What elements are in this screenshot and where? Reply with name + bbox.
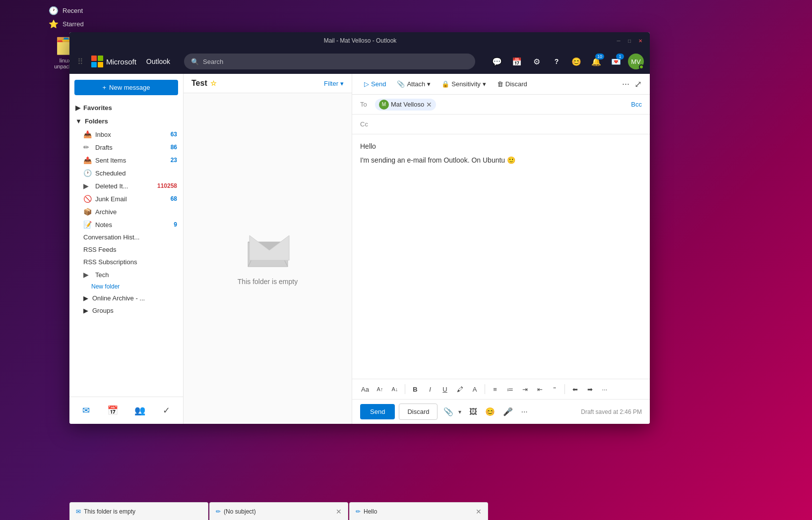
search-placeholder: Search: [203, 58, 223, 65]
mail-nav-button[interactable]: ✉: [73, 401, 98, 420]
attach-inline-button[interactable]: 📎: [441, 405, 455, 418]
discard-toolbar-button[interactable]: 🗑 Discard: [493, 78, 531, 90]
conv-hist-label: Conversation Hist...: [83, 233, 177, 241]
bold-button[interactable]: B: [408, 382, 422, 396]
bullets-button[interactable]: ≡: [488, 382, 502, 396]
sidebar-item-conv-hist[interactable]: Conversation Hist...: [69, 231, 183, 243]
highlight-button[interactable]: 🖍: [453, 382, 467, 396]
align-right-btn[interactable]: ➡: [583, 382, 597, 396]
numbered-list-button[interactable]: ≔: [503, 382, 517, 396]
sent-count: 23: [171, 157, 177, 164]
help-icon: ?: [555, 58, 559, 65]
sidebar-item-inbox[interactable]: 📥 Inbox 63: [69, 128, 183, 141]
calendar-nav-icon: 📅: [512, 57, 522, 66]
minimize-button[interactable]: ─: [615, 37, 622, 44]
attach-button[interactable]: 📎 Attach ▾: [393, 78, 435, 90]
desktop-nav-recent[interactable]: 🕐 Recent: [45, 4, 177, 17]
sidebar-item-sent[interactable]: 📤 Sent Items 23: [69, 154, 183, 167]
emoji-compose-button[interactable]: 😊: [483, 405, 497, 418]
compose-expand-button[interactable]: ⤢: [634, 79, 642, 90]
close-button[interactable]: ✕: [637, 37, 644, 44]
outdent-btn[interactable]: ⇤: [533, 382, 547, 396]
send-toolbar-button[interactable]: ▷ Send: [360, 78, 390, 90]
recipient-remove-button[interactable]: ✕: [426, 101, 432, 109]
compose-toolbar: ▷ Send 📎 Attach ▾ 🔒 Sensitivity ▾ 🗑 Disc…: [352, 74, 650, 95]
emoji-button[interactable]: 😊: [568, 54, 584, 69]
dictate-button[interactable]: 🎤: [501, 405, 515, 418]
maximize-button[interactable]: □: [626, 37, 633, 44]
gear-icon: ⚙: [533, 57, 540, 66]
underline-button[interactable]: U: [438, 382, 452, 396]
chat-button[interactable]: 💬: [489, 54, 505, 69]
mini-bar-1[interactable]: ✏ (No subject) ✕: [209, 502, 348, 520]
align-left-btn[interactable]: ⬅: [568, 382, 582, 396]
help-button[interactable]: ?: [549, 54, 564, 69]
mini-bar-close-2[interactable]: ✕: [476, 508, 482, 516]
folder-star-icon[interactable]: ☆: [210, 79, 217, 87]
recipient-avatar: M: [379, 100, 389, 110]
sidebar-item-rss-subs[interactable]: RSS Subscriptions: [69, 256, 183, 268]
filter-button[interactable]: Filter ▾: [324, 80, 344, 87]
mini-bar-label-0: This folder is empty: [84, 508, 202, 515]
sidebar-item-notes[interactable]: 📝 Notes 9: [69, 218, 183, 231]
avatar[interactable]: MV: [628, 54, 644, 69]
sidebar-item-junk[interactable]: 🚫 Junk Email 68: [69, 192, 183, 205]
grid-menu-button[interactable]: ⠿: [75, 55, 85, 68]
sidebar-item-groups[interactable]: ▶ Groups: [69, 304, 183, 317]
compose-body[interactable]: Hello I'm sending an e-mail from Outlook…: [352, 134, 650, 379]
mini-bar-2[interactable]: ✏ Hello ✕: [349, 502, 488, 520]
messages-button[interactable]: 💌 1: [608, 54, 624, 69]
notes-icon: 📝: [83, 221, 91, 229]
notes-label: Notes: [95, 221, 174, 229]
more-format-btn[interactable]: ···: [598, 382, 612, 396]
trash-icon: 🗑: [497, 80, 503, 88]
bcc-label: Bcc: [631, 101, 642, 108]
cc-field[interactable]: Cc: [352, 115, 650, 134]
settings-button[interactable]: ⚙: [529, 54, 545, 69]
italic-button[interactable]: I: [423, 382, 437, 396]
format-fontsize-down-btn[interactable]: A↓: [388, 382, 402, 396]
new-folder-link[interactable]: New folder: [69, 281, 183, 292]
notifications-button[interactable]: 🔔 10: [588, 54, 604, 69]
sidebar-item-archive[interactable]: 📦 Archive: [69, 205, 183, 218]
sidebar-item-drafts[interactable]: ✏ Drafts 86: [69, 141, 183, 154]
calendar-nav-btn[interactable]: 📅: [100, 401, 125, 420]
window-controls: ─ □ ✕: [615, 37, 644, 44]
new-message-button[interactable]: + New message: [74, 80, 178, 95]
desktop-nav-starred[interactable]: ⭐ Starred: [45, 17, 177, 31]
sensitivity-button[interactable]: 🔒 Sensitivity ▾: [437, 78, 490, 90]
body-text: I'm sending an e-mail from Outlook. On U…: [360, 156, 515, 164]
tasks-nav-btn[interactable]: ✓: [154, 401, 179, 420]
sidebar-item-tech[interactable]: ▶ Tech: [69, 268, 183, 281]
chat-icon: 💬: [492, 57, 502, 66]
nav-icons-group: 💬 📅 ⚙ ? 😊 🔔 10 💌 1 MV: [489, 54, 644, 69]
sidebar-item-online-archive[interactable]: ▶ Online Archive - ...: [69, 292, 183, 304]
format-text-btn[interactable]: Aa: [358, 382, 372, 396]
sidebar: + New message ▶ Favorites ▼ Folders 📥 In…: [69, 74, 184, 424]
more-options-button[interactable]: ···: [620, 77, 631, 91]
bcc-button[interactable]: Bcc: [631, 101, 642, 108]
star-nav-icon: ⭐: [49, 19, 59, 29]
sidebar-item-rss-feeds[interactable]: RSS Feeds: [69, 243, 183, 256]
people-nav-btn[interactable]: 👥: [127, 401, 152, 420]
search-box[interactable]: 🔍 Search: [184, 54, 475, 69]
indent-btn[interactable]: ⇥: [518, 382, 532, 396]
folder-name: Test: [191, 79, 207, 88]
more-compose-btn[interactable]: ···: [519, 405, 529, 418]
sidebar-item-scheduled[interactable]: 🕐 Scheduled: [69, 167, 183, 179]
folders-section[interactable]: ▼ Folders: [69, 115, 183, 128]
font-color-button[interactable]: A: [468, 382, 482, 396]
favorites-section[interactable]: ▶ Favorites: [69, 101, 183, 115]
image-insert-button[interactable]: 🖼: [467, 405, 479, 418]
logo-green: [98, 56, 103, 61]
mini-bar-close-1[interactable]: ✕: [336, 508, 342, 516]
discard-button[interactable]: Discard: [399, 404, 437, 420]
calendar-nav-button[interactable]: 📅: [509, 54, 525, 69]
format-fontsize-btn[interactable]: A↑: [373, 382, 387, 396]
sidebar-item-deleted[interactable]: ▶ Deleted It... 110258: [69, 179, 183, 192]
quote-btn[interactable]: ": [548, 382, 562, 396]
send-button[interactable]: Send: [360, 404, 395, 419]
attach-inline-chevron[interactable]: ▾: [456, 406, 463, 417]
mini-bar-0[interactable]: ✉ This folder is empty: [69, 502, 208, 520]
mini-bar-icon-2: ✏: [356, 508, 361, 515]
